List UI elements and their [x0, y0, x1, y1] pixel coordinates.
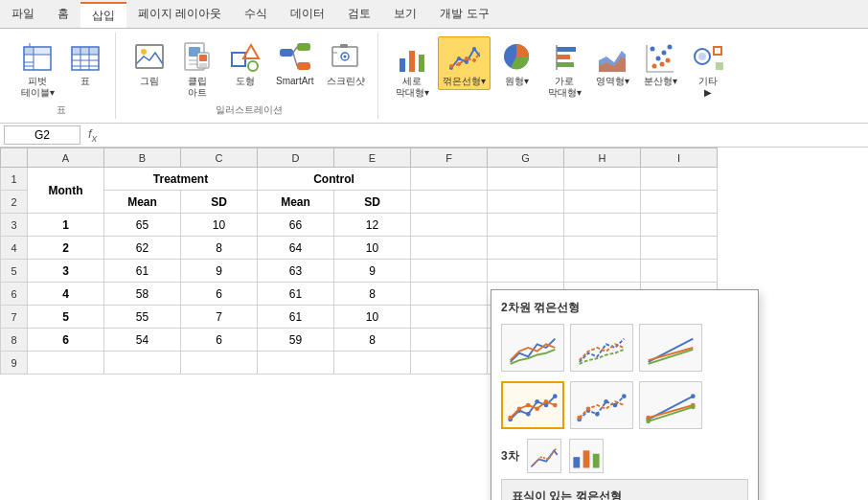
- clipart-button[interactable]: 클립아트: [175, 36, 219, 102]
- cell-a5[interactable]: 3: [28, 260, 104, 283]
- row-header-2[interactable]: 2: [1, 191, 28, 214]
- cell-e9[interactable]: [334, 352, 411, 375]
- cell-g2[interactable]: [488, 191, 564, 214]
- cell-f3[interactable]: [411, 214, 488, 237]
- bar-chart-button[interactable]: 가로막대형▾: [542, 36, 586, 102]
- cell-a6[interactable]: 4: [28, 283, 104, 306]
- cell-d4[interactable]: 64: [258, 237, 334, 260]
- cell-c6[interactable]: 6: [181, 283, 258, 306]
- tab-view[interactable]: 보기: [382, 0, 428, 28]
- tab-file[interactable]: 파일: [0, 0, 46, 28]
- cell-g4[interactable]: [488, 237, 564, 260]
- col-header-a[interactable]: A: [28, 148, 104, 168]
- row-header-3[interactable]: 3: [1, 214, 28, 237]
- shapes-button[interactable]: 도형: [223, 36, 267, 90]
- cell-c9[interactable]: [181, 352, 258, 375]
- cell-a3[interactable]: 1: [28, 214, 104, 237]
- row-header-5[interactable]: 5: [1, 260, 28, 283]
- row-header-1[interactable]: 1: [1, 168, 28, 191]
- row-header-7[interactable]: 7: [1, 306, 28, 329]
- tab-review[interactable]: 검토: [336, 0, 382, 28]
- tab-developer[interactable]: 개발 도구: [428, 0, 500, 28]
- line-chart-thumb-4[interactable]: [501, 381, 564, 429]
- line-chart-button[interactable]: 꺾은선형▾: [438, 36, 491, 90]
- col-header-c[interactable]: C: [181, 148, 258, 168]
- pie-chart-button[interactable]: 원형▾: [494, 36, 538, 90]
- cell-d6[interactable]: 61: [258, 283, 334, 306]
- cell-g5[interactable]: [488, 260, 564, 283]
- cell-b1[interactable]: Treatment: [104, 168, 258, 191]
- cell-e2[interactable]: SD: [334, 191, 411, 214]
- cell-h4[interactable]: [564, 237, 641, 260]
- cell-e8[interactable]: 8: [334, 329, 411, 352]
- col-header-g[interactable]: G: [488, 148, 564, 168]
- other-chart-button[interactable]: 기타▶: [686, 36, 730, 102]
- bar-3d-thumb[interactable]: [569, 439, 604, 473]
- cell-b5[interactable]: 61: [104, 260, 181, 283]
- cell-a7[interactable]: 5: [28, 306, 104, 329]
- cell-a4[interactable]: 2: [28, 237, 104, 260]
- line-chart-thumb-1[interactable]: [501, 324, 564, 372]
- cell-h1[interactable]: [564, 168, 641, 191]
- cell-h5[interactable]: [564, 260, 641, 283]
- cell-e4[interactable]: 10: [334, 237, 411, 260]
- picture-button[interactable]: 그림: [127, 36, 171, 90]
- cell-i5[interactable]: [641, 260, 718, 283]
- cell-b9[interactable]: [104, 352, 181, 375]
- cell-h3[interactable]: [564, 214, 641, 237]
- tab-insert[interactable]: 삽입: [80, 2, 126, 28]
- col-header-f[interactable]: F: [411, 148, 488, 168]
- row-header-6[interactable]: 6: [1, 283, 28, 306]
- cell-c3[interactable]: 10: [181, 214, 258, 237]
- cell-g1[interactable]: [488, 168, 564, 191]
- cell-f7[interactable]: [411, 306, 488, 329]
- tab-data[interactable]: 데이터: [279, 0, 336, 28]
- col-header-d[interactable]: D: [258, 148, 334, 168]
- line-chart-thumb-5[interactable]: [570, 381, 633, 429]
- cell-c8[interactable]: 6: [181, 329, 258, 352]
- cell-c5[interactable]: 9: [181, 260, 258, 283]
- area-chart-button[interactable]: 영역형▾: [590, 36, 634, 90]
- cell-f4[interactable]: [411, 237, 488, 260]
- cell-f8[interactable]: [411, 329, 488, 352]
- cell-h2[interactable]: [564, 191, 641, 214]
- tab-formula[interactable]: 수식: [233, 0, 279, 28]
- cell-f9[interactable]: [411, 352, 488, 375]
- cell-b2[interactable]: Mean: [104, 191, 181, 214]
- cell-a9[interactable]: [28, 352, 104, 375]
- cell-d1[interactable]: Control: [258, 168, 411, 191]
- cell-g3[interactable]: [488, 214, 564, 237]
- screenshot-button[interactable]: 스크린샷: [322, 36, 370, 90]
- cell-e6[interactable]: 8: [334, 283, 411, 306]
- pivot-table-button[interactable]: 피벗테이블▾: [15, 36, 59, 102]
- col-header-h[interactable]: H: [564, 148, 641, 168]
- tab-home[interactable]: 홈: [46, 0, 80, 28]
- cell-d9[interactable]: [258, 352, 334, 375]
- cell-f6[interactable]: [411, 283, 488, 306]
- col-header-b[interactable]: B: [104, 148, 181, 168]
- cell-a1[interactable]: Month: [28, 168, 104, 214]
- cell-b3[interactable]: 65: [104, 214, 181, 237]
- cell-e7[interactable]: 10: [334, 306, 411, 329]
- row-header-9[interactable]: 9: [1, 352, 28, 375]
- cell-d8[interactable]: 59: [258, 329, 334, 352]
- col-header-i[interactable]: I: [641, 148, 718, 168]
- cell-f2[interactable]: [411, 191, 488, 214]
- line-chart-thumb-6[interactable]: [639, 381, 702, 429]
- line-3d-thumb[interactable]: [527, 439, 561, 473]
- formula-input[interactable]: [104, 126, 864, 144]
- cell-i4[interactable]: [641, 237, 718, 260]
- cell-f5[interactable]: [411, 260, 488, 283]
- cell-b7[interactable]: 55: [104, 306, 181, 329]
- smartart-button[interactable]: SmartArt: [271, 36, 318, 90]
- cell-d5[interactable]: 63: [258, 260, 334, 283]
- row-header-4[interactable]: 4: [1, 237, 28, 260]
- column-chart-button[interactable]: 세로막대형▾: [390, 36, 434, 102]
- cell-e3[interactable]: 12: [334, 214, 411, 237]
- cell-f1[interactable]: [411, 168, 488, 191]
- cell-c4[interactable]: 8: [181, 237, 258, 260]
- cell-reference-input[interactable]: G2: [4, 125, 80, 145]
- cell-c2[interactable]: SD: [181, 191, 258, 214]
- cell-c7[interactable]: 7: [181, 306, 258, 329]
- cell-e5[interactable]: 9: [334, 260, 411, 283]
